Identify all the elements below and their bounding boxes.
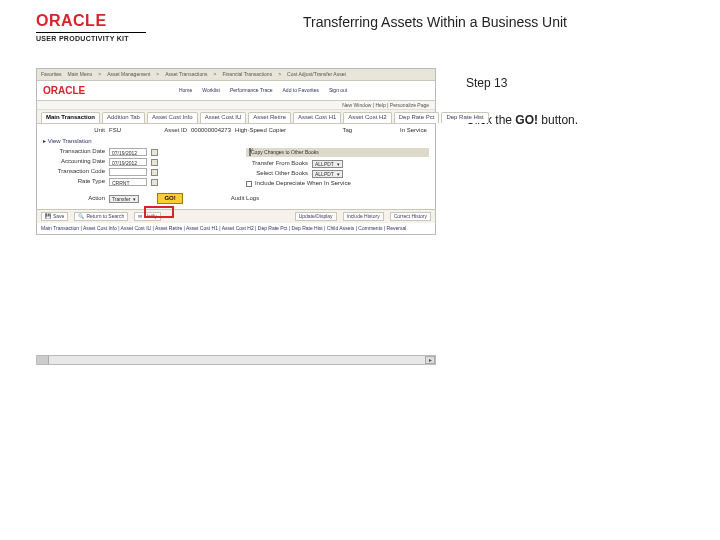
asset-desc: High-Speed Copier	[235, 127, 286, 135]
save-button[interactable]: 💾 Save	[41, 212, 68, 221]
breadcrumb-item[interactable]: Favorites	[41, 71, 62, 78]
screenshot-pane: Favorites Main Menu > Asset Management >…	[36, 68, 436, 365]
nav-signout[interactable]: Sign out	[329, 87, 347, 94]
tab-costiu[interactable]: Asset Cost IU	[200, 112, 247, 123]
scroll-right-icon[interactable]: ▸	[425, 356, 435, 364]
action-bar: 💾 Save 🔍 Return to Search ✉ Notify Updat…	[37, 209, 435, 223]
correct-history-button[interactable]: Correct History	[390, 212, 431, 221]
breadcrumb-item[interactable]: Cost Adjust/Transfer Asset	[287, 71, 346, 78]
from-books-label: Transfer From Books	[246, 160, 308, 168]
page-title: Transferring Assets Within a Business Un…	[186, 12, 684, 30]
copy-checkbox[interactable]	[249, 148, 251, 156]
tab-addition[interactable]: Addition Tab	[102, 112, 145, 123]
step-label: Step 13	[466, 74, 684, 93]
go-button[interactable]: GO!	[157, 193, 182, 205]
lookup-icon[interactable]	[151, 169, 158, 176]
brand-logo: ORACLE	[36, 12, 186, 30]
status-value: In Service	[400, 127, 427, 135]
view-translation-link[interactable]: ▸ View Translation	[43, 138, 429, 146]
tab-costh1[interactable]: Asset Cost H1	[293, 112, 341, 123]
tab-strip: Main Transaction Addition Tab Asset Cost…	[37, 110, 435, 124]
txn-date-input[interactable]: 07/19/2012	[109, 148, 147, 156]
txn-date-label: Transaction Date	[43, 148, 105, 156]
breadcrumb-item[interactable]: Asset Transactions	[165, 71, 207, 78]
acct-date-input[interactable]: 07/19/2012	[109, 158, 147, 166]
tab-main[interactable]: Main Transaction	[41, 112, 100, 123]
nav-home[interactable]: Home	[179, 87, 192, 94]
nav-worklist[interactable]: Worklist	[202, 87, 220, 94]
nav-favorites[interactable]: Add to Favorites	[283, 87, 319, 94]
unit-value: FSU	[109, 127, 121, 135]
tab-costh2[interactable]: Asset Cost H2	[343, 112, 391, 123]
scroll-thumb[interactable]	[37, 356, 49, 364]
include-dep-checkbox[interactable]	[246, 181, 252, 187]
horizontal-scrollbar[interactable]: ◂ ▸	[36, 355, 436, 365]
acct-date-label: Accounting Date	[43, 158, 105, 166]
top-nav: Home Worklist Performance Trace Add to F…	[91, 85, 435, 96]
return-search-button[interactable]: 🔍 Return to Search	[74, 212, 128, 221]
include-dep-label: Include Depreciate When In Service	[255, 180, 351, 188]
calendar-icon[interactable]	[151, 159, 158, 166]
rate-type-input[interactable]: CRRNT	[109, 178, 147, 186]
rate-type-label: Rate Type	[43, 178, 105, 186]
tab-retire[interactable]: Asset Retire	[248, 112, 291, 123]
notify-button[interactable]: ✉ Notify	[134, 212, 161, 221]
instruction-text: Click the GO! button.	[466, 111, 684, 130]
unit-label: Unit	[43, 127, 105, 135]
app-screenshot: Favorites Main Menu > Asset Management >…	[36, 68, 436, 235]
other-books-label: Select Other Books	[246, 170, 308, 178]
brand-subtitle: USER PRODUCTIVITY KIT	[36, 35, 186, 42]
app-logo: ORACLE	[37, 81, 91, 100]
footer-tab-links[interactable]: Main Transaction | Asset Cost Info | Ass…	[37, 223, 435, 234]
txn-code-input[interactable]	[109, 168, 147, 176]
copy-header: Copy Changes to Other Books	[246, 148, 429, 157]
include-history-button[interactable]: Include History	[343, 212, 384, 221]
tab-deprate[interactable]: Dep Rate Pct	[394, 112, 440, 123]
action-label: Action	[43, 195, 105, 203]
breadcrumb-item[interactable]: Financial Transactions	[222, 71, 272, 78]
asset-id-value: 000000004273	[191, 127, 231, 135]
brand-divider	[36, 32, 146, 33]
brand-block: ORACLE USER PRODUCTIVITY KIT	[36, 12, 186, 42]
txn-code-label: Transaction Code	[43, 168, 105, 176]
window-links[interactable]: New Window | Help | Personalize Page	[37, 101, 435, 111]
action-select[interactable]: Transfer	[109, 195, 139, 203]
nav-trace[interactable]: Performance Trace	[230, 87, 273, 94]
tab-costinfo[interactable]: Asset Cost Info	[147, 112, 198, 123]
lookup-icon[interactable]	[151, 179, 158, 186]
update-display-button[interactable]: Update/Display	[295, 212, 337, 221]
tag-label: Tag	[290, 127, 352, 135]
breadcrumb-item[interactable]: Asset Management	[107, 71, 150, 78]
form-content: Unit FSU Asset ID 000000004273 High-Spee…	[37, 124, 435, 210]
from-books-select[interactable]: ALLPDT	[312, 160, 343, 168]
tab-dephist[interactable]: Dep Rate Hist	[441, 112, 488, 123]
other-books-select[interactable]: ALLPDT	[312, 170, 343, 178]
calendar-icon[interactable]	[151, 149, 158, 156]
instruction-pane: Step 13 Click the GO! button.	[466, 68, 684, 365]
breadcrumb-item[interactable]: Main Menu	[68, 71, 93, 78]
audit-logs-link[interactable]: Audit Logs	[231, 195, 259, 203]
breadcrumb: Favorites Main Menu > Asset Management >…	[37, 69, 435, 81]
asset-id-label: Asset ID	[125, 127, 187, 135]
